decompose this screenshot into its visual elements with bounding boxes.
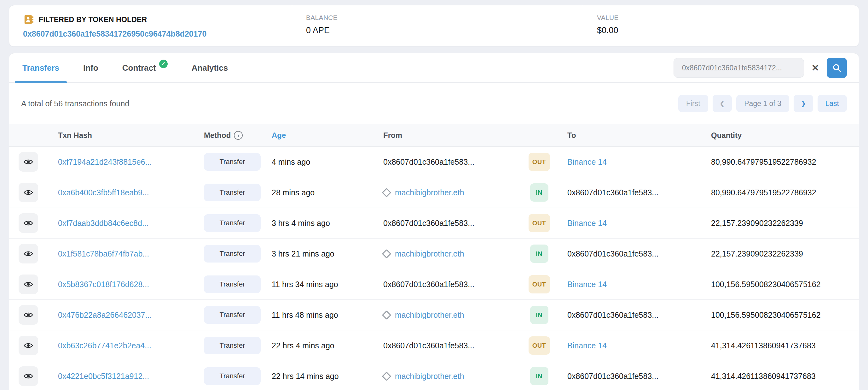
tab-analytics[interactable]: Analytics xyxy=(190,53,229,82)
check-circle-icon: ✓ xyxy=(159,60,168,68)
chevron-right-icon: ❯ xyxy=(801,100,806,107)
txn-hash-link[interactable]: 0xf7194a21d243f8815e6... xyxy=(58,158,152,167)
header-from: From xyxy=(374,131,520,140)
txn-hash-link[interactable]: 0x4221e0bc5f3121a912... xyxy=(58,372,149,381)
transfers-card: Transfers Info Contract ✓ Analytics ✕ A … xyxy=(9,53,859,390)
address-link[interactable]: Binance 14 xyxy=(567,219,607,228)
eye-icon xyxy=(24,371,33,381)
header-quantity: Quantity xyxy=(702,131,859,140)
address-book-icon xyxy=(23,14,34,25)
from-cell: machibigbrother.eth xyxy=(374,372,520,381)
address-link[interactable]: machibigbrother.eth xyxy=(395,188,464,197)
txn-hash-link[interactable]: 0xb63c26b7741e2b2ea4... xyxy=(58,341,151,350)
header-to: To xyxy=(558,131,702,140)
preview-eye-button[interactable] xyxy=(19,275,38,294)
value-amount: $0.00 xyxy=(597,26,859,35)
tab-transfers[interactable]: Transfers xyxy=(21,53,61,82)
eye-icon xyxy=(24,341,33,350)
search-input[interactable] xyxy=(674,58,804,78)
txn-hash-link[interactable]: 0x5b8367c018f176d628... xyxy=(58,280,149,289)
eye-icon xyxy=(24,188,33,197)
method-badge: Transfer xyxy=(204,337,261,354)
table-row: 0xf7daab3ddb84c6ec8d...Transfer3 hrs 4 m… xyxy=(9,208,859,239)
diamond-icon xyxy=(382,249,392,258)
to-cell: 0x8607d01c360a1fe583... xyxy=(558,188,702,197)
info-circle-icon[interactable]: i xyxy=(234,131,243,140)
method-badge: Transfer xyxy=(204,367,261,385)
address-text: 0x8607d01c360a1fe583... xyxy=(383,158,474,167)
txn-hash-link[interactable]: 0xa6b400c3fb5ff18eab9... xyxy=(58,188,149,197)
address-text: 0x8607d01c360a1fe583... xyxy=(567,249,658,258)
preview-eye-button[interactable] xyxy=(19,213,38,233)
txn-hash-link[interactable]: 0x1f581c78ba6f74fb7ab... xyxy=(58,249,149,258)
quantity-cell: 41,314.426113860941737683 xyxy=(702,341,859,350)
last-page-button[interactable]: Last xyxy=(817,95,847,112)
from-cell: 0x8607d01c360a1fe583... xyxy=(374,341,520,350)
table-header: Txn Hash Method i Age From To Quantity xyxy=(9,124,859,147)
preview-eye-button[interactable] xyxy=(19,305,38,325)
address-link[interactable]: Binance 14 xyxy=(567,280,607,289)
pagination: First ❮ Page 1 of 3 ❯ Last xyxy=(678,95,847,112)
address-link[interactable]: machibigbrother.eth xyxy=(395,249,464,258)
preview-eye-button[interactable] xyxy=(19,183,38,202)
quantity-cell: 22,157.239090232262339 xyxy=(702,249,859,258)
address-text: 0x8607d01c360a1fe583... xyxy=(383,341,474,350)
table-row: 0xb63c26b7741e2b2ea4...Transfer22 hrs 4 … xyxy=(9,330,859,361)
address-text: 0x8607d01c360a1fe583... xyxy=(383,280,474,289)
header-txn-hash: Txn Hash xyxy=(49,131,195,140)
magnifier-icon xyxy=(832,63,842,73)
clear-search-button[interactable]: ✕ xyxy=(812,62,819,73)
quantity-cell: 80,990.647979519522786932 xyxy=(702,158,859,167)
direction-badge: OUT xyxy=(529,336,550,355)
tab-bar: Transfers Info Contract ✓ Analytics ✕ xyxy=(9,53,859,83)
method-badge: Transfer xyxy=(204,214,261,232)
preview-eye-button[interactable] xyxy=(19,336,38,355)
diamond-icon xyxy=(382,371,392,381)
address-link[interactable]: machibigbrother.eth xyxy=(395,310,464,319)
list-toolbar: A total of 56 transactions found First ❮… xyxy=(9,83,859,124)
preview-eye-button[interactable] xyxy=(19,244,38,263)
address-link[interactable]: Binance 14 xyxy=(567,341,607,350)
prev-page-button[interactable]: ❮ xyxy=(713,95,732,112)
direction-badge: IN xyxy=(530,306,549,324)
header-age[interactable]: Age xyxy=(263,131,374,140)
preview-eye-button[interactable] xyxy=(19,366,38,386)
age-cell: 11 hrs 48 mins ago xyxy=(263,310,374,319)
header-method: Method i xyxy=(195,131,263,140)
method-badge: Transfer xyxy=(204,275,261,293)
address-text: 0x8607d01c360a1fe583... xyxy=(567,310,658,319)
diamond-icon xyxy=(382,310,392,319)
holder-address-link[interactable]: 0x8607d01c360a1fe58341726950c96474b8d201… xyxy=(23,29,207,38)
quantity-cell: 41,314.426113860941737683 xyxy=(702,372,859,381)
next-page-button[interactable]: ❯ xyxy=(794,95,813,112)
method-badge: Transfer xyxy=(204,245,261,262)
balance-value: 0 APE xyxy=(306,26,583,35)
age-cell: 3 hrs 4 mins ago xyxy=(263,219,374,228)
eye-icon xyxy=(24,280,33,289)
table-row: 0x1f581c78ba6f74fb7ab...Transfer3 hrs 21… xyxy=(9,239,859,269)
search-button[interactable] xyxy=(827,58,847,78)
txn-hash-link[interactable]: 0xf7daab3ddb84c6ec8d... xyxy=(58,219,149,228)
method-badge: Transfer xyxy=(204,306,261,324)
quantity-cell: 100,156.595008230406575162 xyxy=(702,310,859,319)
preview-eye-button[interactable] xyxy=(19,152,38,172)
filter-section: FILTERED BY TOKEN HOLDER 0x8607d01c360a1… xyxy=(9,5,292,46)
txn-hash-link[interactable]: 0x476b22a8a266462037... xyxy=(58,310,152,319)
value-section: VALUE $0.00 xyxy=(583,5,859,46)
address-link[interactable]: machibigbrother.eth xyxy=(395,372,464,381)
transactions-summary: A total of 56 transactions found xyxy=(21,99,129,108)
from-cell: machibigbrother.eth xyxy=(374,310,520,319)
token-holder-summary-card: FILTERED BY TOKEN HOLDER 0x8607d01c360a1… xyxy=(9,5,859,47)
first-page-button[interactable]: First xyxy=(678,95,708,112)
tab-contract[interactable]: Contract ✓ xyxy=(121,53,169,82)
to-cell: Binance 14 xyxy=(558,158,702,167)
address-text: 0x8607d01c360a1fe583... xyxy=(383,219,474,228)
x-icon: ✕ xyxy=(812,63,819,73)
tab-info[interactable]: Info xyxy=(82,53,100,82)
to-cell: Binance 14 xyxy=(558,219,702,228)
value-label: VALUE xyxy=(597,14,859,22)
address-link[interactable]: Binance 14 xyxy=(567,158,607,167)
method-badge: Transfer xyxy=(204,153,261,171)
balance-label: BALANCE xyxy=(306,14,583,22)
eye-icon xyxy=(24,218,33,228)
